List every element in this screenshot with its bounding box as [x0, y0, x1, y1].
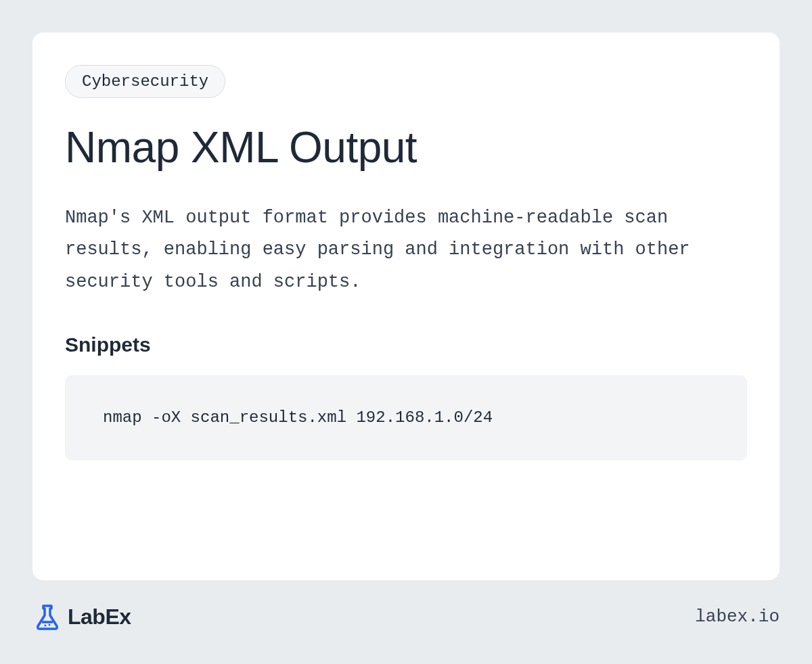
category-badge: Cybersecurity	[65, 65, 225, 98]
site-url: labex.io	[695, 607, 780, 627]
code-text: nmap -oX scan_results.xml 192.168.1.0/24	[103, 408, 493, 427]
footer: LabEx labex.io	[32, 580, 780, 632]
svg-point-2	[49, 624, 51, 626]
description-text: Nmap's XML output format provides machin…	[65, 202, 747, 298]
page-title: Nmap XML Output	[65, 122, 747, 172]
category-text: Cybersecurity	[82, 72, 208, 91]
logo-text: LabEx	[68, 604, 131, 630]
content-card: Cybersecurity Nmap XML Output Nmap's XML…	[32, 32, 780, 580]
logo-container: LabEx	[32, 602, 131, 632]
code-snippet: nmap -oX scan_results.xml 192.168.1.0/24	[65, 375, 747, 460]
snippets-heading: Snippets	[65, 333, 747, 356]
flask-icon	[32, 602, 62, 632]
svg-point-1	[45, 625, 47, 627]
